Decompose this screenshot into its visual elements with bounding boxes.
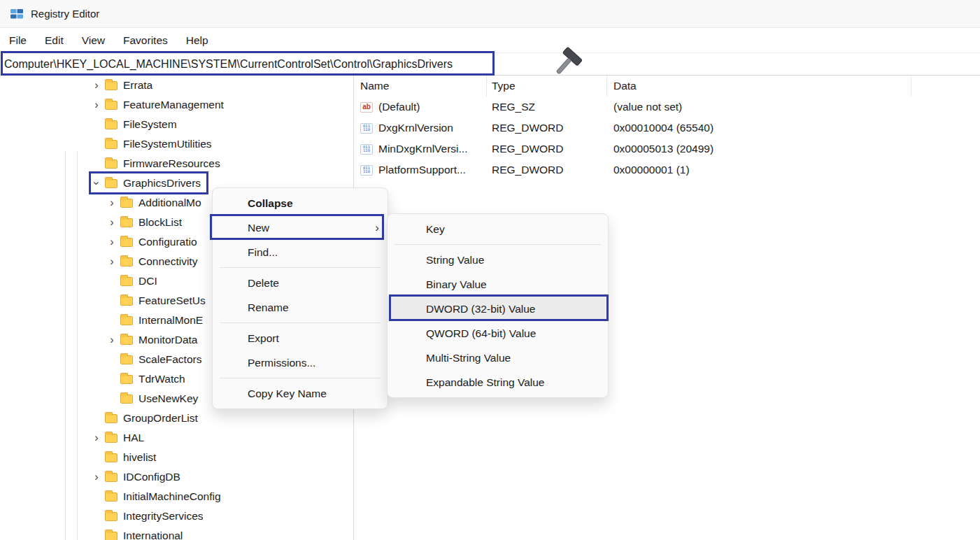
tree-item-label: IntegrityServices <box>123 510 204 523</box>
tree-item-label: HAL <box>123 432 144 444</box>
tree-item-label: InternalMonE <box>139 314 203 327</box>
chevron-right-icon[interactable]: › <box>90 99 104 111</box>
tree-item-label: Errata <box>123 79 152 92</box>
binary-dword-icon <box>360 123 373 134</box>
menu-separator <box>220 267 381 268</box>
chevron-right-icon[interactable]: › <box>90 432 104 443</box>
folder-icon <box>120 316 133 325</box>
menu-item-copy-key-name[interactable]: Copy Key Name <box>213 381 388 406</box>
menu-item-rename[interactable]: Rename <box>213 295 388 320</box>
menu-item-permissions[interactable]: Permissions... <box>213 350 388 375</box>
submenu-item-expandable-string-value[interactable]: Expandable String Value <box>388 370 608 395</box>
tree-item-hivelist[interactable]: hivelist <box>0 448 353 467</box>
chevron-right-icon[interactable]: › <box>105 256 119 267</box>
chevron-right-icon[interactable]: › <box>105 236 119 248</box>
menu-view[interactable]: View <box>73 31 114 50</box>
ab-string-icon <box>360 102 373 113</box>
value-data: 0x00005013 (20499) <box>607 143 911 155</box>
title-bar: Registry Editor <box>0 0 980 28</box>
menu-edit[interactable]: Edit <box>36 31 73 50</box>
menu-item-export[interactable]: Export <box>213 326 388 350</box>
address-path: Computer\HKEY_LOCAL_MACHINE\SYSTEM\Curre… <box>4 58 453 71</box>
tree-item-label: DCI <box>139 275 157 287</box>
tree-item-featuremanagement[interactable]: ›FeatureManagement <box>0 95 353 115</box>
menu-item-label: Multi-String Value <box>426 352 511 364</box>
chevron-right-icon[interactable]: › <box>105 197 119 208</box>
menu-item-label: QWORD (64-bit) Value <box>426 327 536 340</box>
folder-icon <box>105 81 118 90</box>
folder-icon <box>120 257 133 267</box>
tree-item-grouporderlist[interactable]: GroupOrderList <box>0 408 353 428</box>
folder-icon <box>105 101 118 110</box>
tree-item-integrityservices[interactable]: IntegrityServices <box>0 506 353 526</box>
submenu-item-qword-64-bit-value[interactable]: QWORD (64-bit) Value <box>388 321 608 346</box>
value-row-platformsupport[interactable]: PlatformSupport...REG_DWORD0x00000001 (1… <box>354 159 980 180</box>
tree-item-hal[interactable]: ›HAL <box>0 428 353 448</box>
menu-item-collapse[interactable]: Collapse <box>213 191 388 215</box>
folder-icon <box>105 492 118 502</box>
menu-item-label: Collapse <box>248 197 293 210</box>
chevron-right-icon[interactable]: › <box>90 471 104 483</box>
folder-icon <box>120 199 133 208</box>
menu-help[interactable]: Help <box>177 31 218 50</box>
tree-item-errata[interactable]: ›Errata <box>0 76 353 95</box>
registry-editor-app-icon <box>10 7 24 21</box>
chevron-right-icon[interactable]: › <box>105 334 119 346</box>
folder-icon <box>105 140 118 149</box>
menu-item-label: String Value <box>426 254 484 267</box>
submenu-item-multi-string-value[interactable]: Multi-String Value <box>388 346 608 370</box>
tree-item-label: MonitorData <box>139 334 197 346</box>
folder-icon <box>120 277 133 286</box>
chevron-right-icon[interactable]: › <box>105 217 119 228</box>
value-name: MinDxgKrnlVersi... <box>378 143 467 155</box>
column-header-type[interactable]: Type <box>487 76 607 97</box>
tree-item-idconfigdb[interactable]: ›IDConfigDB <box>0 467 353 487</box>
chevron-down-icon[interactable]: › <box>91 176 102 190</box>
tree-item-initialmachineconfig[interactable]: InitialMachineConfig <box>0 487 353 506</box>
chevron-right-icon[interactable]: › <box>90 80 104 91</box>
menu-file[interactable]: File <box>0 31 36 50</box>
tree-item-international[interactable]: International <box>0 526 353 540</box>
tree-item-firmwareresources[interactable]: FirmwareResources <box>0 154 353 173</box>
column-header-name[interactable]: Name <box>354 76 487 97</box>
menu-item-delete[interactable]: Delete <box>213 271 388 295</box>
menu-item-label: Rename <box>248 301 289 314</box>
tree-item-label: Connectivity <box>139 255 197 268</box>
column-header-filler <box>911 76 980 97</box>
menu-item-label: New <box>248 222 269 234</box>
tree-item-label: GraphicsDrivers <box>123 177 201 190</box>
menu-item-label: DWORD (32-bit) Value <box>426 303 535 315</box>
tree-item-label: ScaleFactors <box>139 353 201 366</box>
menu-item-label: Delete <box>248 277 279 290</box>
folder-icon <box>105 512 118 521</box>
tree-item-label: FileSystem <box>123 118 177 131</box>
submenu-item-string-value[interactable]: String Value <box>388 248 608 272</box>
folder-icon <box>105 414 118 423</box>
submenu-item-dword-32-bit-value[interactable]: DWORD (32-bit) Value <box>388 297 608 321</box>
new-submenu: KeyString ValueBinary ValueDWORD (32-bit… <box>387 213 609 398</box>
value-row-dxgkrnlversion[interactable]: DxgKrnlVersionREG_DWORD0x00010004 (65540… <box>354 118 980 138</box>
submenu-item-binary-value[interactable]: Binary Value <box>388 272 608 297</box>
tree-item-filesystemutilities[interactable]: FileSystemUtilities <box>0 134 353 154</box>
menu-item-label: Expandable String Value <box>426 376 544 389</box>
chevron-right-icon: › <box>375 221 379 235</box>
menu-item-label: Export <box>248 332 279 345</box>
value-row-mindxgkrnlversi[interactable]: MinDxgKrnlVersi...REG_DWORD0x00005013 (2… <box>354 138 980 159</box>
menu-item-find[interactable]: Find... <box>213 240 388 264</box>
submenu-item-key[interactable]: Key <box>388 217 608 241</box>
column-header-data[interactable]: Data <box>607 76 911 97</box>
tree-item-filesystem[interactable]: FileSystem <box>0 115 353 134</box>
tree-item-label: FeatureManagement <box>123 99 224 111</box>
tree-item-label: International <box>123 530 183 540</box>
menu-favorites[interactable]: Favorites <box>114 31 177 50</box>
value-type: REG_DWORD <box>487 143 607 155</box>
folder-icon <box>120 238 133 247</box>
value-name: (Default) <box>378 101 420 113</box>
value-row-default[interactable]: (Default)REG_SZ(value not set) <box>354 97 980 118</box>
menu-separator <box>220 378 381 378</box>
folder-icon <box>120 297 133 306</box>
address-bar[interactable]: Computer\HKEY_LOCAL_MACHINE\SYSTEM\Curre… <box>0 52 980 76</box>
menu-item-label: Copy Key Name <box>248 388 327 400</box>
menu-item-new[interactable]: New› <box>213 215 388 240</box>
tree-item-label: IDConfigDB <box>123 471 180 483</box>
